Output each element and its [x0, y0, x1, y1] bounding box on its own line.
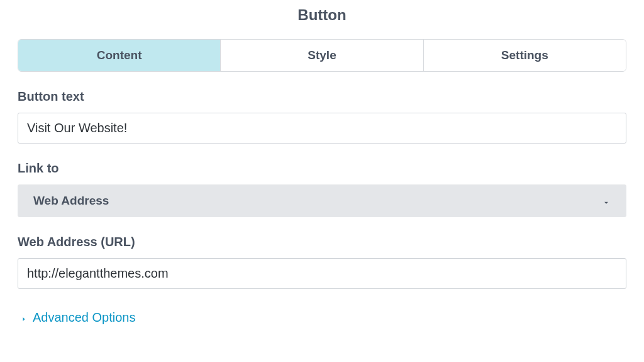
link-to-label: Link to — [18, 161, 626, 176]
advanced-options-toggle[interactable]: Advanced Options — [18, 307, 626, 329]
button-text-label: Button text — [18, 89, 626, 104]
button-text-input[interactable] — [18, 113, 626, 144]
link-to-selected-value: Web Address — [33, 194, 109, 208]
tab-settings[interactable]: Settings — [424, 40, 626, 71]
tab-content[interactable]: Content — [18, 40, 221, 71]
web-address-label: Web Address (URL) — [18, 235, 626, 249]
chevron-down-icon — [602, 196, 611, 205]
advanced-options-label: Advanced Options — [33, 310, 135, 325]
chevron-right-icon — [20, 313, 28, 323]
link-to-select[interactable]: Web Address — [18, 184, 626, 217]
tabs-container: Content Style Settings — [18, 39, 626, 72]
web-address-input[interactable] — [18, 258, 626, 289]
link-to-select-wrap: Web Address — [18, 184, 626, 217]
page-title: Button — [18, 0, 626, 39]
tab-style[interactable]: Style — [221, 40, 423, 71]
